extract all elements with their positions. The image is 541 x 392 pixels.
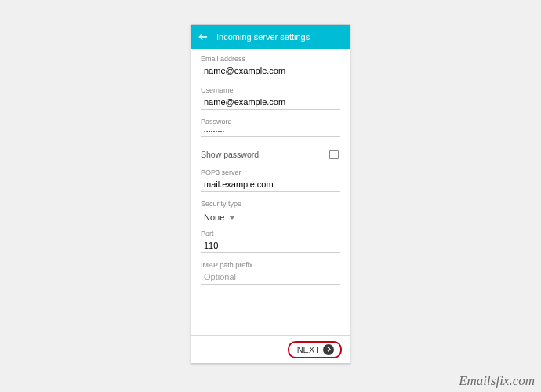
field-pop3-server: POP3 server mail.example.com (201, 169, 340, 192)
security-select[interactable]: None (201, 211, 340, 222)
field-port: Port 110 (201, 230, 340, 253)
password-label: Password (201, 118, 340, 125)
header-title: Incoming server settings (216, 32, 310, 42)
security-label: Security type (201, 200, 340, 208)
imap-prefix-label: IMAP path prefix (201, 261, 340, 269)
port-label: Port (201, 230, 340, 238)
show-password-checkbox[interactable] (329, 150, 339, 159)
email-input-wrap[interactable]: name@example.com (201, 66, 340, 78)
footer-bar: NEXT (191, 335, 350, 363)
imap-prefix-input-wrap[interactable]: Optional (201, 272, 340, 285)
pop3-label: POP3 server (201, 169, 340, 176)
pop3-input[interactable]: mail.example.com (204, 180, 340, 189)
security-value: None (204, 212, 224, 222)
username-label: Username (201, 86, 340, 94)
port-input-wrap[interactable]: 110 (201, 241, 340, 253)
pop3-input-wrap[interactable]: mail.example.com (201, 180, 340, 192)
username-input[interactable]: name@example.com (204, 97, 340, 107)
email-input[interactable]: name@example.com (204, 66, 340, 75)
password-input-wrap[interactable]: ••••••••• (201, 129, 340, 137)
field-email: Email address name@example.com (201, 55, 340, 78)
show-password-label: Show password (201, 150, 259, 159)
password-input[interactable]: ••••••••• (204, 129, 340, 134)
show-password-row[interactable]: Show password (201, 145, 340, 164)
field-imap-prefix: IMAP path prefix Optional (201, 261, 340, 285)
dropdown-arrow-icon (229, 216, 235, 220)
field-password: Password ••••••••• (201, 118, 340, 137)
email-label: Email address (201, 55, 340, 63)
next-button[interactable]: NEXT (288, 341, 342, 358)
field-username: Username name@example.com (201, 86, 340, 110)
imap-prefix-input[interactable]: Optional (204, 272, 340, 281)
back-arrow-icon[interactable] (198, 31, 209, 42)
content-area: Email address name@example.com Username … (191, 49, 350, 335)
watermark-text: Emailsfix.com (459, 373, 535, 389)
field-security-type: Security type None (201, 200, 340, 222)
svg-marker-1 (229, 216, 235, 220)
port-input[interactable]: 110 (204, 241, 340, 250)
settings-screen: Incoming server settings Email address n… (191, 24, 350, 364)
next-button-label: NEXT (297, 345, 320, 354)
next-arrow-icon (323, 344, 334, 355)
app-header: Incoming server settings (191, 25, 350, 49)
username-input-wrap[interactable]: name@example.com (201, 97, 340, 110)
